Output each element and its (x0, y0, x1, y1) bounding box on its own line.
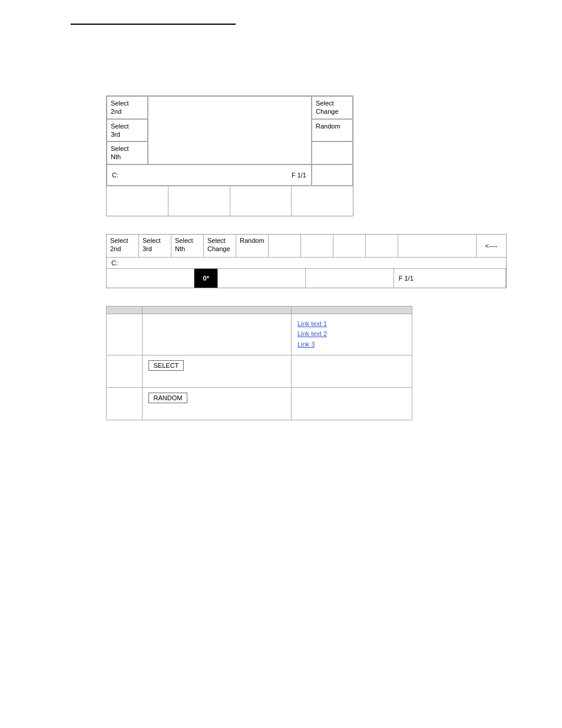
p2-select-2nd-label: Select 2nd (110, 237, 128, 252)
p2-select-3rd-label: Select 3rd (143, 237, 161, 252)
p1-bot-cell-2 (168, 186, 230, 216)
link-2[interactable]: Link text 2 (297, 329, 406, 340)
random-label: Random (316, 122, 340, 130)
random-cell[interactable]: Random (312, 119, 353, 142)
panel2-top: Select 2nd Select 3rd Select Nth Select … (107, 235, 506, 258)
panel1-wrapper: Select 2nd Select Change Select 3rd Rand… (106, 95, 527, 216)
p1-bot-cell-1 (107, 186, 168, 216)
panel2-wrapper: Select 2nd Select 3rd Select Nth Select … (106, 234, 527, 288)
td-row1-col1 (107, 314, 143, 355)
table-row: SELECT (107, 355, 412, 387)
table-header-row (107, 306, 412, 314)
p2-bot-cell-3 (218, 269, 306, 288)
p2-f-text: F 1/1 (399, 275, 414, 282)
td-row3-col1 (107, 387, 143, 420)
panel1-status-row: C: F 1/1 (107, 164, 312, 186)
top-rule (71, 24, 236, 25)
select-2nd-cell[interactable]: Select 2nd (107, 96, 148, 119)
select-nth-label: Select Nth (111, 144, 129, 162)
random-button[interactable]: RANDOM (148, 393, 188, 403)
p2-select-change[interactable]: Select Change (204, 235, 236, 257)
panel2-mid: C: (107, 258, 506, 269)
td-row3-col2: RANDOM (142, 387, 291, 420)
p2-random-label: Random (240, 237, 265, 244)
p2-select-nth-label: Select Nth (175, 237, 193, 252)
td-row2-col1 (107, 355, 143, 387)
td-row2-col2: SELECT (142, 355, 291, 387)
p2-f-label: F 1/1 (394, 272, 418, 284)
select-change-cell[interactable]: Select Change (312, 96, 353, 119)
p2-empty-4 (366, 235, 398, 257)
td-row1-col2 (142, 314, 291, 355)
select-3rd-cell[interactable]: Select 3rd (107, 119, 148, 142)
p2-0star-label: 0* (203, 275, 209, 282)
p1-bot-cell-4 (292, 186, 353, 216)
p2-bot-cell-last (418, 269, 506, 288)
th-col2 (142, 306, 291, 314)
p2-select-nth[interactable]: Select Nth (171, 235, 204, 257)
panel2: Select 2nd Select 3rd Select Nth Select … (106, 234, 507, 288)
table-row: RANDOM (107, 387, 412, 420)
data-table: Link text 1 Link text 2 Link 3 SELECT RA… (106, 306, 412, 420)
select-button[interactable]: SELECT (148, 360, 184, 371)
panel1-bottom-row (107, 186, 353, 216)
table-row: Link text 1 Link text 2 Link 3 (107, 314, 412, 355)
td-row3-col3 (291, 387, 412, 420)
select-nth-cell[interactable]: Select Nth (107, 141, 148, 164)
p2-bot-cell-4 (306, 269, 394, 288)
td-row1-col3: Link text 1 Link text 2 Link 3 (291, 314, 412, 355)
th-col1 (107, 306, 143, 314)
panel1-right-status (312, 164, 353, 186)
select-change-label: Select Change (316, 99, 339, 116)
panel2-bottom: 0* F 1/1 (107, 269, 506, 288)
p2-c-label: C: (111, 259, 118, 266)
p2-empty-3 (333, 235, 366, 257)
panel1-center-area (148, 96, 312, 164)
p2-bot-cell-0star[interactable]: 0* (194, 269, 218, 288)
status-c-label: C: (112, 172, 118, 179)
select-2nd-label: Select 2nd (111, 99, 129, 116)
p2-select-3rd[interactable]: Select 3rd (139, 235, 171, 257)
panel1: Select 2nd Select Change Select 3rd Rand… (106, 95, 353, 216)
p2-select-change-label: Select Change (207, 237, 230, 252)
p2-random[interactable]: Random (236, 235, 269, 257)
status-f-label: F 1/1 (292, 172, 306, 179)
p2-empty-2 (301, 235, 333, 257)
select-3rd-label: Select 3rd (111, 122, 129, 139)
p1-bot-cell-3 (230, 186, 292, 216)
p2-select-2nd[interactable]: Select 2nd (107, 235, 139, 257)
p2-empty-5 (398, 235, 477, 257)
panel1-empty-cell (312, 141, 353, 164)
p2-arrow: <---- (477, 235, 506, 257)
p2-bot-cell-1 (107, 269, 194, 288)
link-3[interactable]: Link 3 (297, 340, 406, 350)
arrow-label: <---- (485, 242, 497, 250)
p2-empty-1 (269, 235, 301, 257)
table-wrapper: Link text 1 Link text 2 Link 3 SELECT RA… (106, 306, 527, 420)
th-col3 (291, 306, 412, 314)
td-row2-col3 (291, 355, 412, 387)
link-1[interactable]: Link text 1 (297, 319, 406, 330)
